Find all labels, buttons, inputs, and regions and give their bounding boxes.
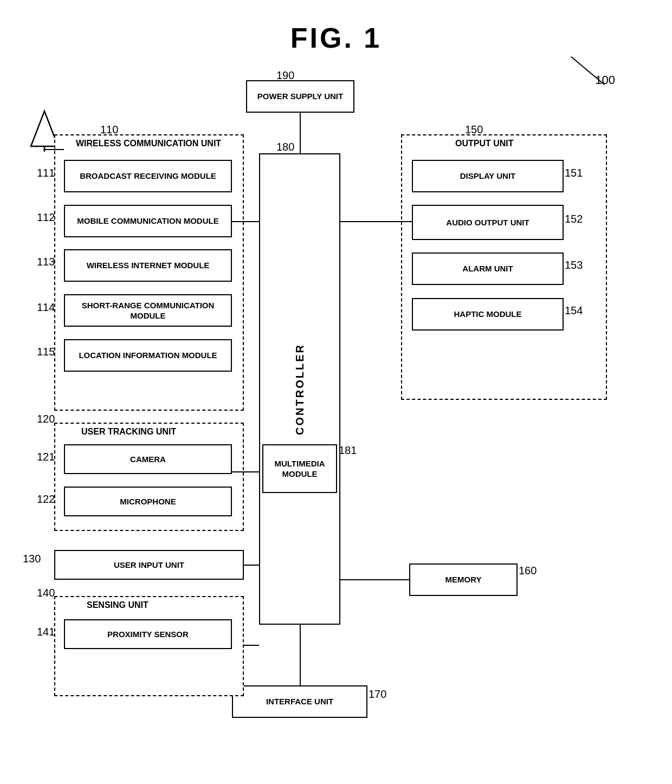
figure-title: FIG. 1 bbox=[290, 22, 382, 54]
user-input-box: USER INPUT UNIT bbox=[54, 550, 244, 580]
line-ut-to-ctrl bbox=[232, 471, 259, 472]
line-wc-to-ctrl bbox=[232, 221, 259, 222]
diagram: FIG. 1 100 POWER SUPPLY UNIT 190 CONTROL… bbox=[0, 0, 672, 784]
haptic-box: HAPTIC MODULE bbox=[412, 298, 564, 331]
ref-170: 170 bbox=[369, 688, 386, 701]
wireless-comm-label: WIRELESS COMMUNICATION UNIT bbox=[76, 138, 221, 150]
ref-180: 180 bbox=[276, 141, 294, 153]
line-ctrl-to-output bbox=[340, 221, 412, 222]
ref-150: 150 bbox=[465, 124, 483, 136]
line-ant-to-wc bbox=[43, 149, 64, 150]
ref-154: 154 bbox=[565, 304, 583, 317]
line-ui-to-ctrl bbox=[244, 565, 259, 566]
line-ctrl-to-interface bbox=[300, 625, 301, 685]
ref-111: 111 bbox=[37, 167, 55, 179]
ref-140: 140 bbox=[37, 587, 55, 599]
proximity-box: PROXIMITY SENSOR bbox=[64, 619, 232, 649]
ref-112: 112 bbox=[37, 211, 55, 224]
short-range-box: SHORT-RANGE COMMUNICATION MODULE bbox=[64, 294, 232, 327]
ref-114: 114 bbox=[37, 301, 55, 314]
ref-141: 141 bbox=[37, 626, 55, 638]
ref-121: 121 bbox=[37, 451, 55, 463]
ref-122: 122 bbox=[37, 493, 55, 506]
output-label: OUTPUT UNIT bbox=[455, 139, 514, 148]
ref-110: 110 bbox=[100, 124, 118, 136]
ref-113: 113 bbox=[37, 256, 55, 268]
alarm-box: ALARM UNIT bbox=[412, 252, 564, 285]
power-supply-box: POWER SUPPLY UNIT bbox=[246, 80, 354, 113]
ref-181: 181 bbox=[339, 444, 357, 457]
broadcast-box: BROADCAST RECEIVING MODULE bbox=[64, 160, 232, 192]
ref-115: 115 bbox=[37, 346, 55, 358]
line-ctrl-to-memory bbox=[340, 579, 409, 580]
ref-130: 130 bbox=[23, 553, 41, 565]
ref-160: 160 bbox=[519, 565, 537, 577]
interface-box: INTERFACE UNIT bbox=[232, 685, 367, 718]
camera-box: CAMERA bbox=[64, 444, 232, 474]
user-tracking-label: USER TRACKING UNIT bbox=[81, 427, 176, 437]
line-power-to-ctrl bbox=[300, 113, 301, 153]
sensing-label: SENSING UNIT bbox=[87, 600, 148, 610]
microphone-box: MICROPHONE bbox=[64, 487, 232, 516]
ref-152: 152 bbox=[565, 213, 583, 225]
location-box: LOCATION INFORMATION MODULE bbox=[64, 339, 232, 372]
ref-100: 100 bbox=[595, 73, 615, 87]
memory-box: MEMORY bbox=[409, 563, 518, 596]
wireless-internet-box: WIRELESS INTERNET MODULE bbox=[64, 249, 232, 282]
line-sensing-to-ctrl bbox=[244, 645, 259, 646]
mobile-comm-box: MOBILE COMMUNICATION MODULE bbox=[64, 205, 232, 237]
display-box: DISPLAY UNIT bbox=[412, 160, 564, 192]
ref-190: 190 bbox=[276, 69, 294, 82]
ref-151: 151 bbox=[565, 167, 583, 179]
ref-120: 120 bbox=[37, 413, 55, 425]
audio-output-box: AUDIO OUTPUT UNIT bbox=[412, 205, 564, 240]
multimedia-box: MULTIMEDIA MODULE bbox=[262, 444, 337, 493]
ref-153: 153 bbox=[565, 259, 583, 271]
controller-box: CONTROLLER bbox=[259, 153, 340, 625]
